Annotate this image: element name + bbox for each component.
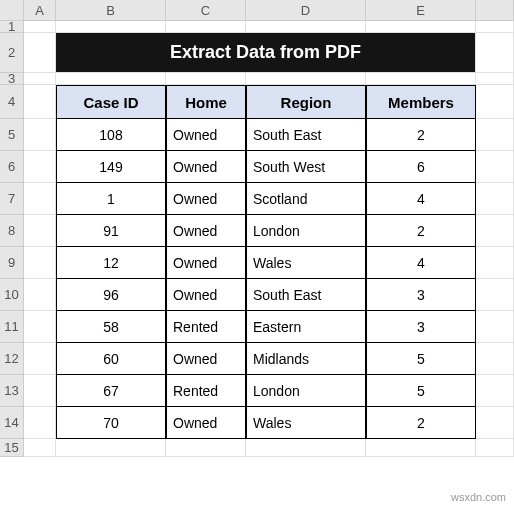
- table-cell-case-id[interactable]: 12: [56, 247, 166, 279]
- table-cell-case-id[interactable]: 96: [56, 279, 166, 311]
- cell[interactable]: [476, 279, 514, 311]
- cell[interactable]: [476, 343, 514, 375]
- row-header-4[interactable]: 4: [0, 85, 24, 119]
- table-cell-home[interactable]: Rented: [166, 375, 246, 407]
- table-cell-members[interactable]: 4: [366, 247, 476, 279]
- table-cell-region[interactable]: Midlands: [246, 343, 366, 375]
- cell[interactable]: [476, 151, 514, 183]
- table-cell-region[interactable]: Wales: [246, 247, 366, 279]
- table-cell-region[interactable]: Eastern: [246, 311, 366, 343]
- cell[interactable]: [56, 73, 166, 85]
- cell[interactable]: [24, 247, 56, 279]
- cell[interactable]: [476, 375, 514, 407]
- table-cell-members[interactable]: 2: [366, 119, 476, 151]
- table-cell-case-id[interactable]: 67: [56, 375, 166, 407]
- cell[interactable]: [476, 439, 514, 457]
- cell[interactable]: [24, 119, 56, 151]
- cell[interactable]: [476, 407, 514, 439]
- table-cell-home[interactable]: Owned: [166, 247, 246, 279]
- cell[interactable]: [476, 311, 514, 343]
- cell[interactable]: [24, 151, 56, 183]
- row-header-5[interactable]: 5: [0, 119, 24, 151]
- row-header-13[interactable]: 13: [0, 375, 24, 407]
- table-cell-region[interactable]: South West: [246, 151, 366, 183]
- cell[interactable]: [24, 215, 56, 247]
- table-cell-members[interactable]: 3: [366, 311, 476, 343]
- table-cell-home[interactable]: Owned: [166, 215, 246, 247]
- cell[interactable]: [24, 183, 56, 215]
- cell[interactable]: [166, 21, 246, 33]
- row-header-2[interactable]: 2: [0, 33, 24, 73]
- column-header-E[interactable]: E: [366, 0, 476, 21]
- cell[interactable]: [24, 85, 56, 119]
- cell[interactable]: [366, 21, 476, 33]
- table-cell-members[interactable]: 4: [366, 183, 476, 215]
- column-header-D[interactable]: D: [246, 0, 366, 21]
- table-cell-home[interactable]: Rented: [166, 311, 246, 343]
- row-header-10[interactable]: 10: [0, 279, 24, 311]
- table-cell-region[interactable]: London: [246, 215, 366, 247]
- cell[interactable]: [166, 73, 246, 85]
- cell[interactable]: [476, 215, 514, 247]
- row-header-14[interactable]: 14: [0, 407, 24, 439]
- table-cell-case-id[interactable]: 91: [56, 215, 166, 247]
- table-cell-case-id[interactable]: 149: [56, 151, 166, 183]
- column-header-C[interactable]: C: [166, 0, 246, 21]
- table-cell-case-id[interactable]: 70: [56, 407, 166, 439]
- row-header-1[interactable]: 1: [0, 21, 24, 33]
- row-header-7[interactable]: 7: [0, 183, 24, 215]
- cell[interactable]: [476, 119, 514, 151]
- table-cell-region[interactable]: Scotland: [246, 183, 366, 215]
- cell[interactable]: [246, 21, 366, 33]
- cell[interactable]: [56, 21, 166, 33]
- table-cell-case-id[interactable]: 108: [56, 119, 166, 151]
- column-header-B[interactable]: B: [56, 0, 166, 21]
- table-cell-members[interactable]: 2: [366, 407, 476, 439]
- table-cell-members[interactable]: 5: [366, 375, 476, 407]
- cell[interactable]: [366, 73, 476, 85]
- cell[interactable]: [476, 247, 514, 279]
- cell[interactable]: [24, 407, 56, 439]
- table-cell-home[interactable]: Owned: [166, 407, 246, 439]
- cell[interactable]: [166, 439, 246, 457]
- cell[interactable]: [476, 85, 514, 119]
- cell[interactable]: [24, 311, 56, 343]
- cell[interactable]: [24, 439, 56, 457]
- cell[interactable]: [476, 73, 514, 85]
- table-cell-home[interactable]: Owned: [166, 151, 246, 183]
- table-cell-region[interactable]: Wales: [246, 407, 366, 439]
- row-header-15[interactable]: 15: [0, 439, 24, 457]
- table-cell-home[interactable]: Owned: [166, 183, 246, 215]
- cell[interactable]: [366, 439, 476, 457]
- table-cell-members[interactable]: 2: [366, 215, 476, 247]
- cell[interactable]: [476, 33, 514, 73]
- table-cell-home[interactable]: Owned: [166, 279, 246, 311]
- table-cell-home[interactable]: Owned: [166, 119, 246, 151]
- table-cell-region[interactable]: South East: [246, 119, 366, 151]
- table-cell-members[interactable]: 5: [366, 343, 476, 375]
- cell[interactable]: [24, 21, 56, 33]
- row-header-6[interactable]: 6: [0, 151, 24, 183]
- column-header-A[interactable]: A: [24, 0, 56, 21]
- table-cell-case-id[interactable]: 58: [56, 311, 166, 343]
- cell[interactable]: [24, 279, 56, 311]
- table-cell-home[interactable]: Owned: [166, 343, 246, 375]
- table-cell-members[interactable]: 6: [366, 151, 476, 183]
- cell[interactable]: [476, 183, 514, 215]
- cell[interactable]: [246, 439, 366, 457]
- cell[interactable]: [246, 73, 366, 85]
- table-cell-members[interactable]: 3: [366, 279, 476, 311]
- select-all-corner[interactable]: [0, 0, 24, 21]
- row-header-3[interactable]: 3: [0, 73, 24, 85]
- table-cell-region[interactable]: South East: [246, 279, 366, 311]
- row-header-8[interactable]: 8: [0, 215, 24, 247]
- row-header-11[interactable]: 11: [0, 311, 24, 343]
- cell[interactable]: [24, 33, 56, 73]
- cell[interactable]: [24, 73, 56, 85]
- table-cell-case-id[interactable]: 60: [56, 343, 166, 375]
- cell[interactable]: [476, 21, 514, 33]
- cell[interactable]: [56, 439, 166, 457]
- table-cell-region[interactable]: London: [246, 375, 366, 407]
- cell[interactable]: [24, 375, 56, 407]
- cell[interactable]: [24, 343, 56, 375]
